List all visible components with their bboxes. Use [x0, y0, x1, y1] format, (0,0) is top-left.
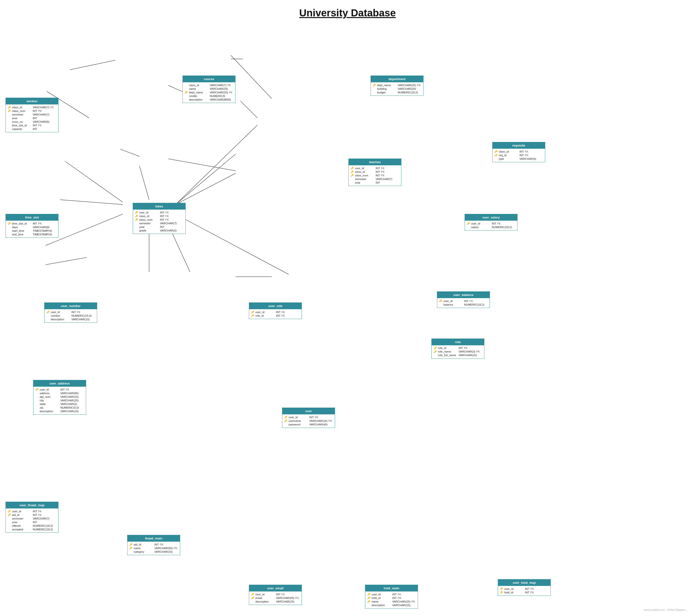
table-row: typeVARCHAR(4)	[494, 157, 543, 161]
field-type: VARCHAR(15)	[276, 600, 294, 603]
table-takes: takes🔑user_idINT FK🔑class_idINT FK🔑class…	[133, 203, 186, 234]
field-name: time_slot_id	[12, 222, 31, 225]
table-row: room_noVARCHAR(6)	[8, 120, 56, 123]
table-row: capacityINT	[8, 127, 56, 131]
field-name: capacity	[12, 128, 31, 130]
field-name: room_no	[12, 120, 31, 123]
field-constraint: FK	[381, 174, 385, 177]
table-body-time_slot: 🔑time_slot_idINT PKdaysVARCHAR(8)start_t…	[6, 221, 58, 237]
field-type: INT	[33, 110, 37, 112]
table-body-finaid_main: 🔑aid_idINT PK🔑nameVARCHAR(50) PKcategory…	[128, 542, 180, 555]
field-type: INT	[160, 226, 165, 228]
field-name: class_id	[499, 150, 518, 153]
field-constraint: PK	[417, 84, 421, 87]
field-type: VARCHAR(25)	[392, 600, 410, 603]
field-constraint: PK	[38, 222, 42, 225]
key-icon: 🔑	[494, 154, 498, 156]
field-name: zip	[40, 406, 59, 409]
field-name: name	[134, 547, 153, 550]
field-name: user_id	[139, 211, 158, 214]
table-row: 🔑user_idINT FK	[467, 222, 515, 225]
table-row: 🔑user_idINT FK	[47, 310, 95, 314]
table-row: budgetNUMERIC(18,2)	[373, 90, 421, 94]
field-name: name	[189, 87, 208, 90]
field-type: INT	[276, 311, 281, 314]
key-icon: 🔑	[251, 593, 255, 596]
table-body-teaches: 🔑user_idINT FK🔑class_idINT FK🔑class_numI…	[349, 165, 401, 186]
field-type: INT	[309, 416, 314, 419]
field-type: NUMERIC(5	[210, 95, 225, 98]
field-type: NUMERIC(15,0)	[71, 314, 91, 317]
table-body-takes: 🔑user_idINT FK🔑class_idINT FK🔑class_numI…	[133, 210, 185, 234]
field-constraint: FK	[282, 314, 285, 317]
field-type: INT	[33, 124, 37, 127]
table-body-section: 🔑class_idVARCHAR(7) FK🔑class_numINT PKse…	[6, 104, 58, 132]
field-constraint: FK	[398, 593, 401, 596]
table-finaid_main: finaid_main🔑aid_idINT PK🔑nameVARCHAR(50)…	[127, 535, 180, 555]
field-type: INT	[376, 167, 380, 170]
field-type: INT	[33, 514, 37, 516]
table-row: descriptionVARCHAR(15)	[367, 603, 416, 607]
field-constraint: FK	[282, 311, 285, 314]
field-constraint: PK	[398, 597, 401, 599]
field-name: address	[40, 392, 59, 395]
field-name: user_id	[12, 510, 31, 513]
field-type: VARCHAR(25)	[210, 87, 228, 90]
table-body-hold_main: 🔑user_idINT FK🔑hold_idINT PK🔑nameVARCHAR…	[365, 592, 418, 608]
field-constraint: FK	[77, 311, 81, 314]
key-icon: 🔑	[494, 150, 498, 153]
field-name: semester	[12, 517, 31, 520]
field-name: role_id	[438, 347, 457, 349]
field-type: NUMERIC(18,2)	[492, 226, 512, 229]
table-header-section: section	[6, 98, 58, 104]
table-user_role: user_role🔑user_idINT FK🔑role_idINT FK	[249, 302, 302, 319]
key-icon: 🔑	[500, 587, 504, 590]
svg-line-12	[175, 125, 257, 204]
table-body-user_email: 🔑user_idINT FK🔑emailVARCHAR(50) PKdescri…	[249, 592, 302, 605]
svg-line-8	[168, 159, 236, 171]
table-header-time_slot: time_slot	[6, 214, 58, 221]
field-name: salary	[471, 226, 490, 229]
field-type: INT	[33, 222, 37, 225]
svg-line-20	[175, 214, 289, 274]
field-name: user_id	[255, 311, 275, 314]
table-row: 🔑usernameVARCHAR(16) PK	[284, 419, 333, 422]
field-name: offered	[12, 524, 31, 527]
field-type: VARCHAR(15)	[71, 318, 90, 321]
table-row: nameVARCHAR(25)	[185, 87, 233, 90]
field-type: VARCHAR(20)	[398, 87, 416, 90]
key-icon: 🔑	[434, 347, 438, 349]
table-row: 🔑role_idINT PK	[434, 346, 482, 350]
field-type: INT	[520, 150, 524, 153]
diagram-area: courseclass_idVARCHAR(7) PKnameVARCHAR(2…	[0, 31, 695, 616]
field-type: VARCHAR(7)	[376, 178, 392, 181]
table-header-teaches: teaches	[349, 159, 401, 165]
table-header-role: role	[432, 339, 484, 345]
table-row: descriptionVARCHAR(15)	[35, 409, 84, 413]
table-row: 🔑user_idINT FK	[8, 510, 56, 513]
field-type: VARCHAR(25)	[61, 399, 79, 402]
field-name: year	[139, 226, 158, 228]
field-type: VARCHAR(4)	[520, 157, 536, 160]
key-icon: 🔑	[135, 211, 139, 214]
field-type: INT	[520, 154, 524, 157]
field-constraint: PK	[160, 543, 164, 546]
table-row: descriptionVARCHAR(15)	[251, 600, 300, 603]
field-type: INT	[276, 593, 281, 596]
field-name: hold_id	[504, 591, 524, 594]
table-header-requisite: requisite	[492, 142, 545, 149]
field-type: NUMERIC(18,2)	[33, 528, 53, 531]
key-icon: 🔑	[367, 597, 371, 599]
field-type: INT	[392, 593, 397, 596]
field-type: VARCHAR(16)	[309, 419, 327, 422]
field-type: NUMERIC(5,0)	[61, 406, 79, 409]
field-type: INT	[392, 597, 397, 599]
field-type: TIMESTAMP(4)	[33, 233, 52, 236]
field-name: class_num	[12, 110, 31, 112]
table-row: 🔑user_idINT FK	[251, 310, 300, 314]
field-name: user_id	[40, 388, 59, 391]
table-body-user: 🔑user_idINT PK🔑usernameVARCHAR(16) PKpas…	[282, 414, 335, 428]
table-row: 🔑user_idINT PK	[284, 415, 333, 419]
table-row: yearINT	[351, 181, 399, 184]
field-constraint: FK	[282, 593, 285, 596]
